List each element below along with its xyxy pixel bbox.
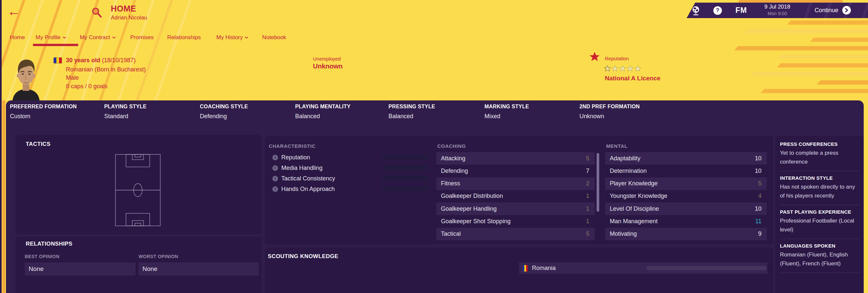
attribute-row: Motivating9	[605, 228, 767, 240]
nav-label: Relationships	[167, 34, 201, 41]
attribute-label: Determination	[610, 168, 647, 175]
summary-value: Unknown	[580, 113, 604, 120]
section-text: Has not spoken directly to any of his pl…	[780, 182, 859, 200]
back-button[interactable]: ←	[7, 5, 21, 18]
nav-label: Home	[10, 34, 25, 41]
search-icon[interactable]	[91, 7, 103, 19]
summary-value: Mixed	[485, 113, 500, 120]
date-time-widget[interactable]: 9 Jul 2018 Mon 9:00	[756, 4, 799, 16]
reputation-star-icon	[589, 51, 600, 63]
left-edge-accent	[2, 100, 5, 293]
attribute-label: Youngster Knowledge	[610, 193, 667, 199]
knowledge-bar	[646, 266, 767, 270]
attribute-label: Motivating	[610, 230, 637, 237]
attribute-value: 10	[755, 155, 762, 162]
chevron-down-icon	[112, 37, 116, 39]
summary-label: COACHING STYLE	[200, 104, 248, 110]
attribute-label: Fitness	[441, 180, 460, 187]
attribute-label: Adaptability	[610, 155, 641, 162]
continue-button[interactable]: Continue	[814, 6, 851, 14]
coaching-licence: National A Licence	[605, 75, 660, 82]
characteristic-list: i Reputation i Media Handling i Tactical…	[270, 152, 428, 194]
summary-label: PREFERRED FORMATION	[10, 104, 77, 110]
characteristic-label: Reputation	[281, 154, 310, 161]
football-pitch-diagram	[115, 154, 161, 227]
characteristic-header: CHARACTERISTIC	[269, 143, 316, 149]
attribute-row: Goalkeeper Distribution1	[436, 190, 595, 203]
characteristic-label: Media Handling	[281, 164, 322, 172]
info-icon[interactable]: i	[272, 165, 278, 171]
mental-header: MENTAL	[606, 143, 628, 149]
attribute-value: 9	[758, 230, 762, 237]
attribute-label: Tactical	[441, 230, 461, 237]
nav-item-relationships[interactable]: Relationships	[167, 33, 201, 42]
attribute-value: 1	[586, 218, 589, 225]
coaching-header: COACHING	[437, 143, 466, 149]
characteristic-row: i Hands On Approach	[270, 184, 428, 194]
romania-flag-icon	[54, 57, 62, 64]
attribute-row: Tactical5	[436, 228, 595, 240]
summary-value: Defending	[200, 113, 227, 120]
world-globe-icon[interactable]	[691, 6, 701, 15]
info-icon[interactable]: i	[272, 186, 278, 192]
section-text: Yet to complete a press conference	[780, 148, 859, 166]
profile-age-line: 30 years old (18/10/1987)	[66, 56, 135, 64]
summary-value: Balanced	[389, 113, 413, 120]
nav-item-home[interactable]: Home	[10, 33, 25, 42]
relationships-title: RELATIONSHIPS	[26, 241, 72, 247]
attribute-value: 11	[755, 218, 762, 225]
attribute-value: 7	[586, 168, 589, 175]
age-bold: 30 years old	[66, 57, 100, 64]
left-edge-border	[0, 0, 2, 293]
chevron-down-icon	[63, 37, 66, 39]
best-opinion-value: None	[25, 262, 135, 276]
continue-label: Continue	[814, 7, 838, 14]
summary-label: 2ND PREF FORMATION	[580, 104, 640, 110]
nav-item-my-history[interactable]: My History	[216, 33, 248, 42]
help-icon[interactable]: ?	[713, 6, 722, 15]
languages-spoken-section: LANGUAGES SPOKEN Romanian (Fluent), Engl…	[780, 239, 859, 273]
info-icon[interactable]: i	[272, 176, 278, 181]
profile-caps: 0 caps / 0 goals	[66, 82, 107, 90]
characteristic-bar	[382, 155, 428, 159]
attribute-row: Adaptability10	[605, 152, 767, 164]
characteristic-bar	[382, 187, 428, 191]
section-title: LANGUAGES SPOKEN	[780, 243, 859, 249]
decor-horizontal-stripes	[709, 21, 868, 100]
attribute-label: Player Knowledge	[610, 180, 658, 187]
section-title: INTERACTION STYLE	[780, 175, 859, 181]
section-title: PRESS CONFERENCES	[780, 141, 859, 147]
nav-label: Promises	[130, 34, 154, 41]
nav-item-promises[interactable]: Promises	[130, 33, 154, 42]
scouting-nation: Romania	[532, 265, 556, 271]
info-icon[interactable]: i	[272, 155, 278, 160]
best-opinion-label: BEST OPINION	[25, 254, 59, 259]
attribute-row: Goalkeeper Shot Stopping1	[436, 215, 595, 227]
past-playing-experience-section: PAST PLAYING EXPERIENCE Professional Foo…	[780, 205, 859, 239]
worst-opinion-value: None	[138, 262, 259, 276]
nav-label: Notebook	[262, 34, 286, 41]
attribute-row: Player Knowledge5	[605, 177, 767, 190]
manager-avatar	[11, 57, 41, 100]
page-subtitle: Adrian Nicolau	[111, 14, 147, 21]
nav-item-notebook[interactable]: Notebook	[262, 33, 286, 42]
characteristic-label: Tactical Consistency	[281, 175, 335, 182]
romania-flag-icon	[522, 265, 528, 272]
club-name: Unknown	[313, 63, 343, 70]
attribute-row: Level Of Discipline10	[605, 203, 767, 215]
decor-top-strip	[739, 0, 843, 3]
top-bar: ? FM 9 Jul 2018 Mon 9:00 Continue	[687, 3, 868, 18]
fm-logo[interactable]: FM	[736, 6, 747, 15]
attribute-label: Defending	[441, 168, 468, 175]
summary-value: Standard	[104, 113, 128, 120]
interaction-style-section: INTERACTION STYLE Has not spoken directl…	[780, 171, 859, 205]
nav-item-my-contract[interactable]: My Contract	[80, 33, 116, 42]
attribute-label: Attacking	[441, 155, 465, 162]
summary-label: PRESSING STYLE	[389, 104, 435, 110]
nav-item-my-profile[interactable]: My Profile	[36, 33, 66, 42]
chevron-right-icon	[842, 6, 851, 14]
profile-gender: Male	[66, 74, 79, 82]
coaching-scrollbar[interactable]	[597, 153, 599, 212]
attribute-value: 4	[758, 193, 762, 199]
attribute-row: Goalkeeper Handling1	[436, 203, 595, 215]
